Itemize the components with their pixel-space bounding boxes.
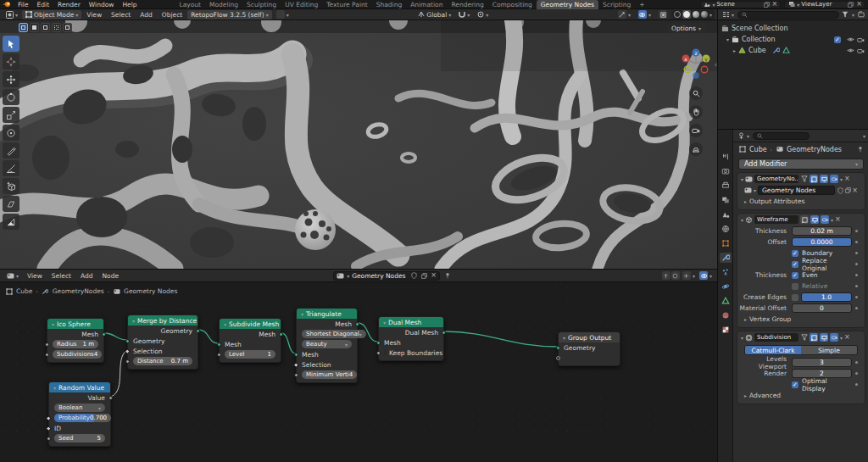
new-node-tree-icon[interactable]	[420, 272, 428, 280]
realtime-toggle[interactable]	[820, 175, 828, 183]
min-vertices-field[interactable]: Minimum Verti4	[302, 370, 357, 379]
render-toggle[interactable]	[830, 175, 838, 183]
ne-overlays-toggle[interactable]: ▾	[698, 271, 714, 281]
even-checkbox[interactable]: ✓	[792, 272, 798, 279]
select-mode-subtract[interactable]	[41, 23, 50, 32]
pan-button[interactable]	[689, 105, 703, 119]
workspace-tab-sculpting[interactable]: Sculpting	[242, 0, 281, 9]
level-field[interactable]: Level1	[225, 350, 275, 359]
tab-material[interactable]	[720, 310, 732, 320]
edit-mode-toggle[interactable]	[810, 333, 818, 342]
outliner-row-scene-collection[interactable]: Scene Collection	[721, 23, 865, 34]
select-mode-extend[interactable]	[30, 23, 39, 32]
copy-icon[interactable]	[844, 186, 852, 194]
workspace-tab-texture-paint[interactable]: Texture Paint	[322, 0, 371, 9]
expand-arrow[interactable]: ▾	[726, 36, 729, 42]
modifier-extras-dropdown[interactable]: ▾	[840, 335, 843, 341]
workspace-tab-add[interactable]: +	[635, 0, 648, 9]
seed-field[interactable]: Seed5	[54, 434, 105, 443]
vp-menu-add[interactable]: Add	[136, 11, 157, 19]
shading-solid-icon[interactable]	[683, 11, 690, 18]
node-group-name-field[interactable]: Geometry Nodes	[758, 186, 835, 195]
modifier-remove[interactable]: ×	[844, 175, 850, 182]
breadcrumb-object[interactable]: Cube	[749, 146, 767, 153]
edit-mode-toggle[interactable]	[810, 175, 818, 183]
node-group-output[interactable]: ▾Group Output Geometry	[558, 331, 620, 366]
viewlayer-selector[interactable]: ▾ ViewLayer ×	[784, 1, 865, 8]
go-to-parent-icon[interactable]	[662, 271, 670, 280]
add-modifier-dropdown[interactable]: Add Modifier▾	[738, 159, 864, 170]
vp-menu-select[interactable]: Select	[107, 11, 135, 19]
workspace-tab-uv-editing[interactable]: UV Editing	[281, 0, 322, 9]
shading-rendered-icon[interactable]	[701, 11, 708, 18]
crease-weight-slider[interactable]: 1.0	[801, 292, 852, 302]
camera-view-button[interactable]	[689, 124, 703, 137]
realtime-toggle[interactable]	[810, 215, 819, 224]
tool-shear[interactable]	[3, 196, 19, 212]
tool-move[interactable]	[3, 71, 19, 87]
select-mode-invert[interactable]	[52, 23, 61, 32]
socket-out-mesh[interactable]	[102, 332, 106, 337]
node-triangulate[interactable]: ▾Triangulate Mesh Shortest Diagonal▾ Bea…	[296, 308, 358, 383]
material-offset-field[interactable]: 0	[792, 303, 852, 313]
workspace-tab-compositing[interactable]: Compositing	[488, 0, 537, 9]
socket-in-mesh[interactable]	[376, 341, 381, 345]
blender-logo-icon[interactable]	[3, 1, 11, 8]
socket-in-subdivisions[interactable]	[45, 353, 49, 357]
socket-in-radius[interactable]	[45, 342, 49, 347]
gizmos-toggle[interactable]: ▾	[615, 10, 634, 19]
radius-field[interactable]: Radius1 m	[53, 340, 98, 348]
tool-transform[interactable]	[3, 125, 19, 141]
node-random-value[interactable]: ▾Random Value Value Boolean▾ Probability…	[48, 381, 111, 447]
node-ico-sphere[interactable]: ▾Ico Sphere Mesh Radius1 m Subdivisions4	[47, 318, 104, 363]
tool-select-box[interactable]	[3, 36, 19, 52]
tab-object[interactable]	[720, 238, 732, 248]
tool-to-sphere[interactable]	[3, 214, 19, 230]
tool-measure[interactable]	[3, 160, 19, 176]
modifier-header[interactable]: ▾ GeometryNo... ▾ ×	[737, 173, 865, 185]
modifier-name[interactable]: GeometryNo...	[754, 175, 798, 183]
socket-in-seed[interactable]	[47, 437, 51, 441]
ne-proportional-icon[interactable]	[671, 271, 680, 280]
replace-original-checkbox[interactable]: ✓	[792, 261, 798, 268]
edit-mode-toggle[interactable]	[800, 215, 809, 224]
workspace-tab-rendering[interactable]: Rendering	[447, 0, 487, 9]
outliner-row-collection[interactable]: ▾ Collection ✓	[721, 34, 865, 45]
3d-viewport[interactable]: Options▾ z x y	[0, 20, 717, 269]
node-canvas[interactable]: Cube › GeometryNodes › Geometry Nodes ▾I…	[0, 282, 717, 462]
unlink-node-tree-icon[interactable]: ×	[431, 272, 437, 279]
section-vertex-group[interactable]: ▸Vertex Group	[737, 314, 865, 325]
menu-help[interactable]: Help	[118, 1, 141, 8]
pin-icon[interactable]	[444, 272, 452, 280]
tab-particles[interactable]	[720, 267, 732, 277]
workspace-tab-layout[interactable]: Layout	[175, 0, 205, 9]
socket-in-level[interactable]	[217, 353, 221, 357]
transform-orientation[interactable]: Global▾	[415, 10, 454, 19]
workspace-tab-shading[interactable]: Shading	[372, 0, 406, 9]
tool-rotate[interactable]	[3, 89, 19, 105]
socket-in-probability[interactable]	[46, 415, 51, 420]
expand-arrow[interactable]: ▾	[741, 176, 743, 182]
section-output-attributes[interactable]: ▸Output Attributes	[737, 196, 865, 207]
quad-method-dropdown[interactable]: Shortest Diagonal▾	[302, 330, 366, 338]
socket-in-mesh[interactable]	[294, 353, 298, 357]
ne-menu-select[interactable]: Select	[47, 272, 75, 280]
fake-user-shield-icon[interactable]	[410, 272, 418, 280]
workspace-tab-scripting[interactable]: Scripting	[598, 0, 635, 9]
modifier-remove[interactable]: ×	[844, 334, 850, 341]
fake-user-shield-icon[interactable]	[837, 186, 844, 194]
modifier-header[interactable]: ▾ Wireframe ▾ ×	[737, 214, 865, 225]
tab-texture[interactable]	[720, 325, 732, 335]
socket-out-mesh[interactable]	[355, 322, 359, 326]
ne-snap-toggle[interactable]: ▾	[681, 271, 697, 281]
tool-scale[interactable]	[3, 107, 19, 123]
tab-modifiers[interactable]	[720, 253, 732, 263]
socket-in-distance[interactable]	[125, 359, 130, 364]
tab-simple[interactable]: Simple	[801, 346, 857, 354]
realtime-toggle[interactable]	[820, 333, 828, 342]
navigation-gizmo[interactable]: z x y	[680, 46, 712, 81]
socket-in-keep-boundaries[interactable]	[376, 351, 381, 355]
ne-menu-add[interactable]: Add	[76, 272, 97, 280]
overlays-toggle[interactable]: ▾	[635, 10, 654, 19]
shading-wireframe-icon[interactable]	[674, 11, 681, 18]
